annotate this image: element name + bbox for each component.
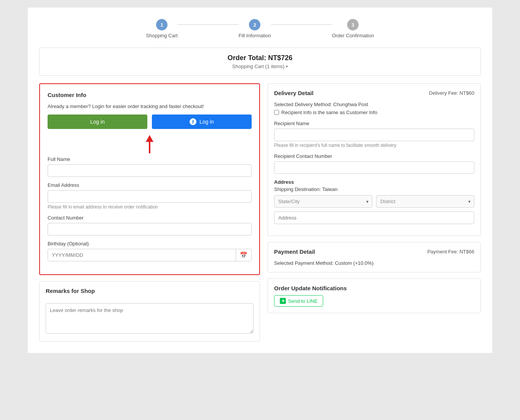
login-buttons-row: Log in f Log in xyxy=(48,115,252,129)
recipient-same-checkbox-row: Recipient Info is the same as Customer I… xyxy=(274,110,474,115)
step-1: 1 Shopping Cart xyxy=(146,19,178,38)
birthday-label: Birthday (Optional) xyxy=(48,241,252,247)
remarks-box: Remarks for Shop xyxy=(39,281,260,342)
payment-title: Payment Detail xyxy=(274,248,315,255)
step-2-circle: 2 xyxy=(249,19,260,30)
calendar-icon[interactable]: 📅 xyxy=(236,249,251,261)
main-content: Customer Info Already a member? Login fo… xyxy=(39,83,481,342)
recipient-same-checkbox[interactable] xyxy=(274,110,279,115)
payment-method-text: Selected Payment Method: Custom (+10.0%) xyxy=(274,260,474,266)
login-green-button[interactable]: Log in xyxy=(48,115,147,129)
address-label: Address xyxy=(274,179,474,185)
line-icon: ✦ xyxy=(280,298,286,304)
email-group: Email Address Please fill in email addre… xyxy=(48,182,252,210)
step-3-label: Order Confirmation xyxy=(332,33,374,38)
page-container: 1 Shopping Cart 2 Fill Information 3 Ord… xyxy=(28,8,492,353)
notifications-box: Order Update Notifications ✦ Send to LIN… xyxy=(268,278,481,313)
arrow-head-icon xyxy=(146,135,153,142)
step-1-label: Shopping Cart xyxy=(146,33,178,38)
step-2: 2 Fill Information xyxy=(239,19,271,38)
right-column: Delivery Detail Delivery Fee: NT$60 Sele… xyxy=(268,83,481,342)
full-name-label: Full Name xyxy=(48,156,252,162)
send-to-line-label: Send to LINE xyxy=(288,298,317,304)
email-input[interactable] xyxy=(48,190,252,203)
recipient-contact-label: Recipient Contact Number xyxy=(274,153,474,159)
step-3: 3 Order Confirmation xyxy=(332,19,374,38)
recipient-same-label: Recipient Info is the same as Customer I… xyxy=(281,110,377,115)
payment-detail-header: Payment Detail Payment Fee: NT$66 xyxy=(274,248,474,255)
order-total-amount: Order Total: NT$726 xyxy=(46,54,474,62)
delivery-fee: Delivery Fee: NT$60 xyxy=(429,90,474,96)
birthday-group: Birthday (Optional) 📅 xyxy=(48,241,252,261)
recipient-name-label: Recipient Name xyxy=(274,121,474,126)
address-input[interactable] xyxy=(274,212,474,224)
payment-fee: Payment Fee: NT$66 xyxy=(427,249,474,255)
step-line-2 xyxy=(271,24,332,25)
step-line-1 xyxy=(178,24,239,25)
recipient-name-input[interactable] xyxy=(274,129,474,141)
order-total-sub[interactable]: Shopping Cart (1 items) ▾ xyxy=(46,64,474,69)
recipient-contact-group: Recipient Contact Number xyxy=(274,153,474,174)
facebook-icon: f xyxy=(190,118,196,125)
district-select[interactable]: District xyxy=(376,195,474,208)
email-label: Email Address xyxy=(48,182,252,188)
full-name-input[interactable] xyxy=(48,164,252,177)
step-3-circle: 3 xyxy=(347,19,359,30)
delivery-detail-header: Delivery Detail Delivery Fee: NT$60 xyxy=(274,90,474,96)
email-hint: Please fill in email address to receive … xyxy=(48,204,252,210)
remarks-textarea[interactable] xyxy=(46,303,254,334)
birthday-input-wrapper: 📅 xyxy=(48,249,252,261)
delivery-title: Delivery Detail xyxy=(274,90,313,96)
full-name-group: Full Name xyxy=(48,156,252,177)
remarks-title: Remarks for Shop xyxy=(46,288,254,294)
state-district-row: State/City ▾ District ▾ xyxy=(274,195,474,208)
delivery-method-text: Selected Delivery Method: Chunghwa Post xyxy=(274,102,474,107)
recipient-hint: Please fill in recipient's full name to … xyxy=(274,143,474,148)
contact-group: Contact Number xyxy=(48,215,252,235)
customer-info-title: Customer Info xyxy=(48,92,252,98)
step-2-label: Fill Information xyxy=(239,33,271,38)
payment-detail-box: Payment Detail Payment Fee: NT$66 Select… xyxy=(268,242,481,272)
send-to-line-button[interactable]: ✦ Send to LINE xyxy=(274,295,323,307)
customer-info-box: Customer Info Already a member? Login fo… xyxy=(39,83,260,275)
facebook-login-label: Log in xyxy=(199,119,214,125)
arrow-annotation xyxy=(48,135,252,153)
delivery-detail-box: Delivery Detail Delivery Fee: NT$60 Sele… xyxy=(268,83,481,236)
arrow-shaft xyxy=(149,142,150,153)
login-prompt-text: Already a member? Login for easier order… xyxy=(48,103,252,109)
district-wrapper: District ▾ xyxy=(376,195,474,208)
birthday-input[interactable] xyxy=(48,249,236,261)
chevron-down-icon: ▾ xyxy=(286,64,288,68)
order-total-banner: Order Total: NT$726 Shopping Cart (1 ite… xyxy=(39,48,481,76)
login-facebook-button[interactable]: f Log in xyxy=(152,115,252,129)
recipient-name-group: Recipient Name Please fill in recipient'… xyxy=(274,121,474,148)
address-group: Address Shipping Destination: Taiwan Sta… xyxy=(274,179,474,224)
contact-label: Contact Number xyxy=(48,215,252,221)
contact-input[interactable] xyxy=(48,223,252,235)
shopping-cart-label: Shopping Cart (1 items) xyxy=(232,64,284,69)
shipping-destination: Shipping Destination: Taiwan xyxy=(274,186,474,192)
state-city-select[interactable]: State/City xyxy=(274,195,372,208)
left-column: Customer Info Already a member? Login fo… xyxy=(39,83,260,342)
recipient-contact-input[interactable] xyxy=(274,161,474,174)
notifications-title: Order Update Notifications xyxy=(274,285,474,291)
state-city-wrapper: State/City ▾ xyxy=(274,195,372,208)
step-1-circle: 1 xyxy=(156,19,167,30)
stepper: 1 Shopping Cart 2 Fill Information 3 Ord… xyxy=(39,19,481,38)
